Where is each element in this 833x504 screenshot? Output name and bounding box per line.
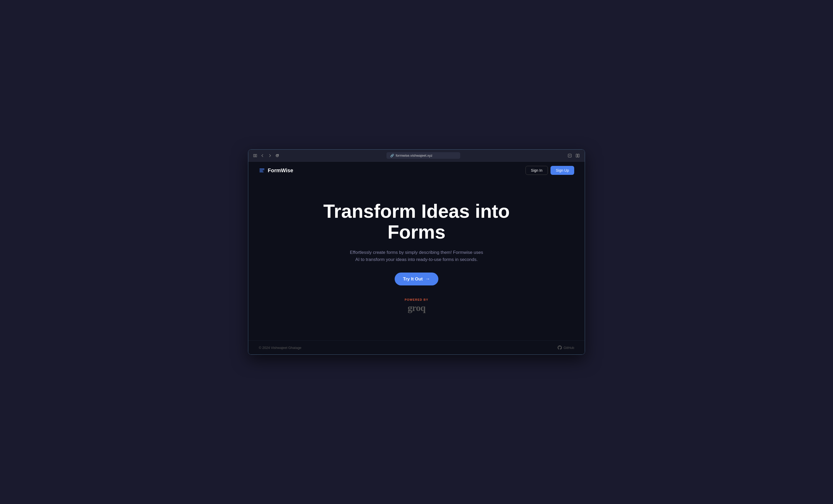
share-button[interactable]	[567, 153, 573, 159]
navbar: FormWise Sign In Sign Up	[248, 162, 585, 179]
try-it-out-button[interactable]: Try It Out →	[395, 272, 438, 285]
page-content: FormWise Sign In Sign Up Transform Ideas…	[248, 162, 585, 355]
address-bar[interactable]: 🔗 formwise.vishwajeet.xyz	[386, 152, 460, 159]
hero-subtitle: Effortlessly create forms by simply desc…	[348, 249, 485, 263]
hero-section: Transform Ideas into Forms Effortlessly …	[248, 179, 585, 340]
logo-text: FormWise	[268, 167, 293, 173]
svg-rect-5	[578, 154, 579, 157]
browser-actions	[567, 153, 580, 159]
groq-logo: groq	[408, 302, 425, 313]
browser-chrome: 🔗 formwise.vishwajeet.xyz	[248, 149, 585, 162]
reload-button[interactable]	[275, 153, 280, 158]
link-icon: 🔗	[390, 154, 394, 158]
svg-rect-4	[576, 154, 577, 157]
powered-by-section: POWERED BY groq	[405, 298, 428, 313]
logo-icon	[259, 167, 265, 173]
github-icon	[557, 345, 562, 350]
browser-window: 🔗 formwise.vishwajeet.xyz	[248, 149, 585, 355]
footer: © 2024 Vishwajeet Ghatage GitHub	[248, 340, 585, 355]
url-text: formwise.vishwajeet.xyz	[396, 153, 432, 158]
arrow-right-icon: →	[425, 276, 430, 282]
sidebar-toggle-button[interactable]	[253, 153, 258, 158]
split-view-button[interactable]	[575, 153, 580, 159]
back-button[interactable]	[260, 153, 265, 158]
forward-button[interactable]	[267, 153, 272, 158]
copyright-text: © 2024 Vishwajeet Ghatage	[259, 346, 302, 350]
address-bar-wrapper: 🔗 formwise.vishwajeet.xyz	[283, 152, 564, 159]
svg-rect-1	[255, 154, 257, 157]
nav-buttons: Sign In Sign Up	[525, 166, 574, 175]
hero-title: Transform Ideas into Forms	[311, 201, 522, 242]
svg-rect-0	[254, 154, 255, 157]
logo: FormWise	[259, 167, 293, 173]
sign-up-button[interactable]: Sign Up	[550, 166, 574, 175]
github-label: GitHub	[564, 346, 574, 350]
github-link[interactable]: GitHub	[557, 345, 574, 350]
powered-by-label: POWERED BY	[405, 298, 428, 301]
try-it-out-label: Try It Out	[403, 277, 423, 282]
browser-controls	[253, 153, 280, 158]
sign-in-button[interactable]: Sign In	[525, 166, 548, 175]
